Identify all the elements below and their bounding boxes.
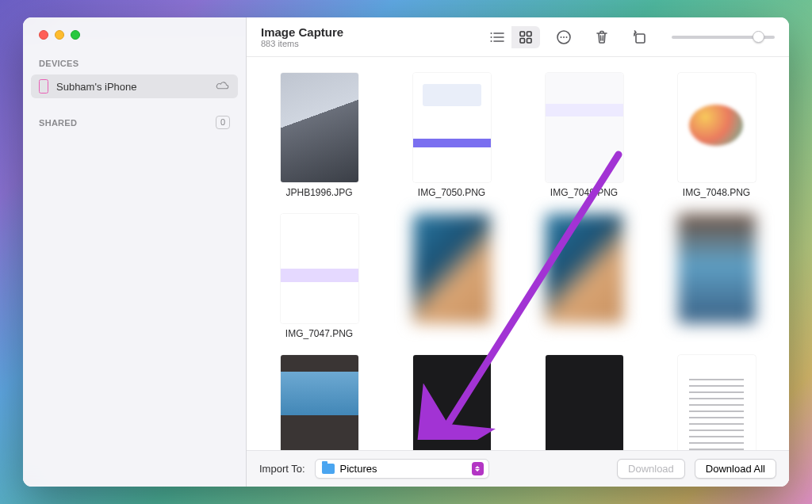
svg-point-13 [566,36,568,38]
window-controls [23,30,246,54]
filename-label: IMG_7050.PNG [418,187,485,198]
thumbnail [678,355,756,450]
grid-item[interactable] [518,349,650,450]
filename-label: IMG_7049.PNG [550,187,618,198]
thumbnail [546,355,623,450]
view-mode-segmented [483,26,540,48]
svg-rect-6 [520,32,525,36]
svg-rect-7 [527,32,532,36]
bottom-bar: Import To: Pictures Download Download Al… [247,450,789,487]
item-count: 883 items [261,39,343,48]
thumbnail [413,73,491,182]
filename-label: JPHB1996.JPG [285,187,352,198]
svg-point-4 [491,36,492,38]
filename-label: IMG_7048.PNG [683,187,750,198]
sidebar: DEVICES Subham's iPhone SHARED 0 [23,17,247,487]
delete-button[interactable] [588,26,616,48]
grid-item[interactable] [650,208,783,346]
thumbnail [281,214,358,323]
shared-section-label: SHARED [39,118,77,128]
svg-point-5 [491,40,492,42]
grid-item[interactable]: IMG_7047.PNG [253,208,385,346]
shared-count-badge: 0 [216,116,230,129]
grid-item[interactable]: IMG_7050.PNG [385,67,518,204]
svg-rect-9 [527,38,532,43]
grid-item[interactable] [650,349,783,450]
svg-point-3 [491,32,492,34]
thumbnail [281,73,358,182]
svg-point-11 [561,36,562,38]
grid-item[interactable]: JPHB1996.JPG [253,67,385,204]
sidebar-device-item[interactable]: Subham's iPhone [31,74,238,98]
svg-rect-16 [636,34,645,43]
thumbnail [413,355,491,450]
app-window: DEVICES Subham's iPhone SHARED 0 Image C… [23,17,789,487]
rotate-icon [633,30,647,44]
trash-icon [596,30,608,44]
grid-item[interactable] [385,349,518,450]
thumbnail [546,214,623,323]
close-icon[interactable] [39,30,48,40]
iphone-icon [39,79,48,94]
import-to-label: Import To: [259,463,305,475]
download-button[interactable]: Download [617,459,685,479]
thumbnail-size-slider[interactable] [672,36,775,39]
minimize-icon[interactable] [55,30,64,40]
more-button[interactable] [550,26,578,48]
devices-section-label: DEVICES [23,54,246,73]
grid-icon [519,31,532,44]
chevron-up-down-icon [472,462,484,475]
cloud-icon [216,79,230,94]
destination-name: Pictures [340,463,466,475]
svg-rect-8 [520,38,525,43]
import-destination-select[interactable]: Pictures [315,459,489,479]
rotate-button[interactable] [626,26,654,48]
device-name: Subham's iPhone [56,81,208,93]
maximize-icon[interactable] [71,30,80,40]
image-grid-scroll[interactable]: JPHB1996.JPG IMG_7050.PNG IMG_7049.PNG I… [247,57,789,450]
thumbnail [281,355,358,450]
download-all-button[interactable]: Download All [695,459,776,479]
main-panel: Image Capture 883 items [247,17,789,487]
thumbnail [413,214,491,323]
folder-icon [322,464,335,474]
thumbnail [546,73,623,182]
thumbnail [678,73,756,182]
grid-item[interactable]: IMG_7049.PNG [518,67,650,204]
svg-point-12 [563,36,565,38]
title-block: Image Capture 883 items [261,25,343,48]
grid-item[interactable] [385,208,518,346]
list-icon [490,32,504,43]
grid-item[interactable] [518,208,650,346]
thumbnail [678,214,756,323]
filename-label: IMG_7047.PNG [285,328,353,339]
shared-section: SHARED 0 [23,100,246,129]
ellipsis-circle-icon [556,29,572,45]
toolbar: Image Capture 883 items [247,17,789,57]
grid-item[interactable]: IMG_7048.PNG [650,67,783,204]
list-view-button[interactable] [483,26,511,48]
image-grid: JPHB1996.JPG IMG_7050.PNG IMG_7049.PNG I… [253,67,783,450]
grid-item[interactable] [253,349,385,450]
app-title: Image Capture [261,25,343,39]
grid-view-button[interactable] [511,26,540,48]
slider-thumb[interactable] [753,31,764,43]
